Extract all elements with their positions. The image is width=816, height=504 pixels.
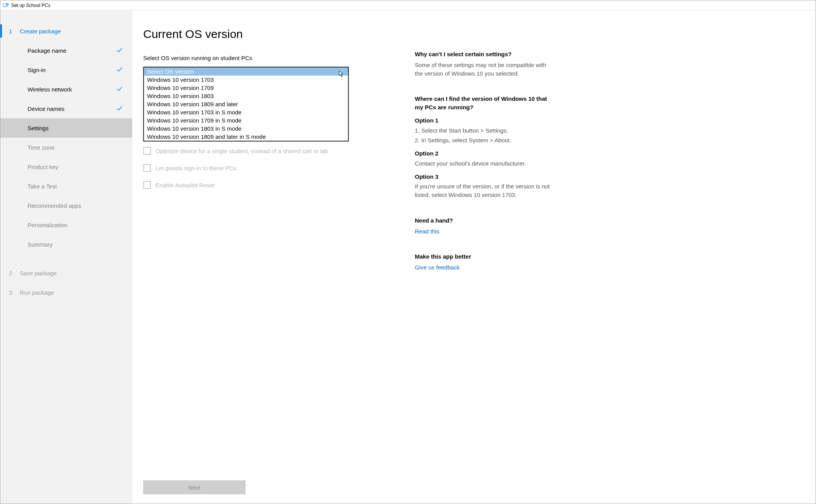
help-heading: Make this app better (415, 252, 551, 261)
substep-device-names[interactable]: Device names (0, 99, 132, 118)
feedback-link[interactable]: Give us feedback (415, 264, 460, 271)
checkbox-label: Optimize device for a single student, in… (156, 148, 328, 154)
os-version-dropdown[interactable]: Select OS version Windows 10 version 170… (143, 67, 349, 142)
help-column: Why can't I select certain settings? Som… (415, 28, 551, 494)
field-label: Select OS version running on student PCs (143, 55, 392, 61)
substep-take-a-test[interactable]: Take a Test (0, 176, 132, 196)
substep-label: Time zone (28, 144, 54, 151)
check-icon (116, 66, 123, 74)
substep-label: Product key (28, 164, 58, 170)
step-save-package[interactable]: 2 Save package (0, 263, 132, 283)
step-number: 3 (9, 289, 20, 296)
titlebar: Set up School PCs (0, 0, 816, 10)
checkbox-box[interactable] (143, 147, 151, 155)
help-heading: Need a hand? (415, 216, 551, 225)
content-column: Current OS version Select OS version run… (143, 28, 392, 494)
substep-product-key[interactable]: Product key (0, 157, 132, 176)
dropdown-option[interactable]: Windows 10 version 1709 in S mode (144, 116, 348, 124)
dropdown-option-placeholder[interactable]: Select OS version (144, 67, 348, 76)
next-button[interactable]: Next (143, 480, 246, 494)
check-icon (116, 85, 123, 93)
checkbox-guests-signin[interactable]: Let guests sign-in to these PCs (143, 164, 392, 172)
help-text: Contact your school's device manufacture… (415, 159, 551, 168)
substep-package-name[interactable]: Package name (0, 41, 132, 60)
dropdown-option[interactable]: Windows 10 version 1809 and later (144, 100, 348, 108)
step-create-package[interactable]: 1 Create package (0, 21, 132, 41)
step-label: Save package (20, 270, 57, 276)
app-icon (3, 2, 9, 9)
step-label: Create package (20, 28, 61, 35)
substep-label: Settings (28, 125, 49, 131)
substep-label: Recommended apps (28, 202, 81, 209)
checkbox-box[interactable] (143, 181, 151, 189)
substeps: Package name Sign-in Wireless network De… (0, 41, 132, 254)
sidebar: 1 Create package Package name Sign-in Wi… (0, 10, 132, 504)
app-body: 1 Create package Package name Sign-in Wi… (0, 10, 816, 504)
checkbox-autopilot-reset[interactable]: Enable Autopilot Reset (143, 181, 392, 189)
substep-label: Summary (28, 241, 52, 248)
step-number: 1 (9, 28, 20, 35)
help-text: 2. In Settings, select System > About. (415, 136, 551, 145)
svg-rect-1 (4, 7, 6, 7)
checkbox-label: Enable Autopilot Reset (156, 182, 215, 188)
help-heading: Where can I find the version of Windows … (415, 95, 551, 112)
check-icon (116, 47, 123, 55)
dropdown-option[interactable]: Windows 10 version 1709 (144, 84, 348, 92)
step-number: 2 (9, 270, 20, 276)
help-find-version: Where can I find the version of Windows … (415, 95, 551, 199)
step-label: Run package (20, 289, 54, 296)
help-heading: Why can't I select certain settings? (415, 50, 551, 59)
step-run-package[interactable]: 3 Run package (0, 283, 132, 302)
dropdown-option[interactable]: Windows 10 version 1803 in S mode (144, 124, 348, 133)
checkbox-optimize-single-student[interactable]: Optimize device for a single student, in… (143, 147, 392, 155)
substep-summary[interactable]: Summary (0, 235, 132, 254)
help-text: 1. Select the Start button > Settings. (415, 126, 551, 135)
substep-wireless-network[interactable]: Wireless network (0, 79, 132, 99)
help-subhead: Option 2 (415, 149, 551, 158)
help-text: Some of these settings may not be compat… (415, 61, 551, 78)
page-title: Current OS version (143, 28, 392, 41)
checkbox-box[interactable] (143, 164, 151, 172)
substep-recommended-apps[interactable]: Recommended apps (0, 196, 132, 215)
substep-label: Wireless network (28, 86, 72, 93)
help-make-better: Make this app better Give us feedback (415, 252, 551, 272)
substep-label: Device names (28, 105, 64, 112)
help-need-hand: Need a hand? Read this (415, 216, 551, 236)
read-this-link[interactable]: Read this (415, 228, 439, 235)
substep-label: Package name (28, 47, 66, 54)
checkbox-label: Let guests sign-in to these PCs (156, 165, 236, 171)
substep-label: Personalization (28, 222, 68, 228)
substep-label: Sign-in (28, 67, 46, 73)
help-subhead: Option 1 (415, 116, 551, 125)
substep-settings[interactable]: Settings (0, 118, 132, 138)
main-area: Current OS version Select OS version run… (132, 10, 816, 504)
check-icon (116, 105, 123, 113)
dropdown-option[interactable]: Windows 10 version 1809 and later in S m… (144, 133, 348, 141)
substep-sign-in[interactable]: Sign-in (0, 60, 132, 79)
window-title: Set up School PCs (11, 3, 50, 8)
help-text: If you're unsure of the version, or if t… (415, 182, 551, 199)
app-window: Set up School PCs 1 Create package Packa… (0, 0, 816, 504)
substep-label: Take a Test (28, 183, 57, 190)
substep-personalization[interactable]: Personalization (0, 215, 132, 235)
help-subhead: Option 3 (415, 173, 551, 181)
help-why-cant-select: Why can't I select certain settings? Som… (415, 50, 551, 78)
substep-time-zone[interactable]: Time zone (0, 138, 132, 157)
dropdown-option[interactable]: Windows 10 version 1703 (144, 76, 348, 84)
dropdown-option[interactable]: Windows 10 version 1803 (144, 92, 348, 100)
dropdown-option[interactable]: Windows 10 version 1703 in S mode (144, 108, 348, 116)
